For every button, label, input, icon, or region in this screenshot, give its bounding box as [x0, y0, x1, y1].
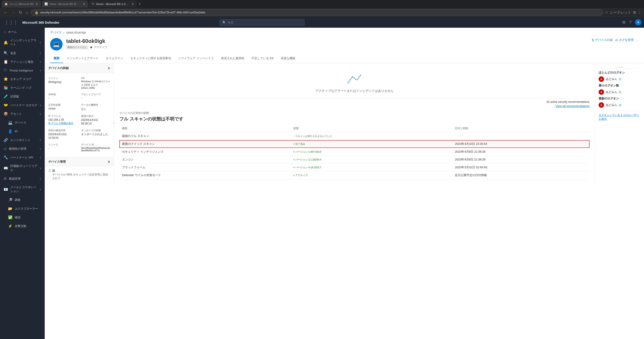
view-logon-users-link[interactable]: ログオンしている 1 人のユーザーを表示: [598, 113, 640, 121]
new-tab-button[interactable]: +: [138, 2, 141, 6]
resource-detail: リソース -: [48, 143, 78, 152]
browser-tab-3[interactable]: 🛡 Device - Microsoft 365 セキュリティ ✕: [89, 0, 137, 8]
min-logons-title: 最小ログオン数: [598, 84, 640, 88]
health-row-datetime: [452, 132, 590, 140]
hamburger-menu[interactable]: ⋮⋮⋮: [3, 19, 20, 26]
sidebar-item-secure-score[interactable]: ⭐ セキュア スコア: [0, 75, 45, 83]
min-logons-copy-icon[interactable]: ⎘: [619, 90, 621, 94]
sidebar-item-investigation[interactable]: 🔎 調査: [0, 196, 45, 204]
health-detail: 正常性状態 Active: [48, 103, 78, 111]
manage-tags-button[interactable]: 🏷 タグを管理: [615, 38, 634, 42]
sidebar-item-assets[interactable]: 📦 アセット ∧: [0, 110, 45, 118]
sidebar-item-eval[interactable]: 📖 評価版/チュートリアル ∨: [0, 162, 45, 174]
search-input[interactable]: [228, 21, 302, 24]
menu-icon[interactable]: ⋮: [638, 10, 641, 15]
content-area: デバイスの詳細 ∧ ドメイン Workgroup OS Windows 11 6…: [45, 63, 644, 183]
browser-tab-1[interactable]: 🏠 ホーム | Microsoft 365 ✕: [2, 0, 41, 8]
view-all-recs-link[interactable]: View all recommendations: [556, 104, 590, 108]
health-table: 種類 状態 日付と時刻 最後のフル スキャンスキャンは実行されませんでした最後の…: [119, 125, 590, 179]
sidebar-item-trial[interactable]: 🧪 試用版: [0, 92, 45, 101]
ip-link[interactable]: IP アドレス情報の表示: [48, 122, 73, 124]
panel-collapse-button[interactable]: ∧: [108, 66, 110, 70]
user-avatar[interactable]: A: [635, 19, 641, 26]
most-logons-title: ほとんどのログオン: [598, 70, 640, 75]
breadcrumb-parent[interactable]: デバイス: [50, 30, 62, 34]
home-button[interactable]: ⌂: [25, 10, 29, 16]
sidebar-item-review[interactable]: ✅ 確認: [0, 213, 45, 222]
back-button[interactable]: ←: [3, 10, 8, 16]
sidebar-item-review-label: 確認: [15, 216, 41, 220]
more-actions-button[interactable]: ...: [636, 38, 639, 42]
sidebar-item-devices-label: デバイス: [15, 121, 41, 125]
device-mgmt-title: デバイス管理: [48, 160, 66, 164]
extension-icon[interactable]: ⊞: [633, 10, 636, 15]
sidebar-item-id[interactable]: 👤 ID: [0, 127, 45, 136]
os-detail: OS Windows 11 64-bit (リリース 22H2 ビルド 2262…: [81, 77, 110, 89]
health-table-row: 最後のフル スキャンスキャンは実行されませんでした: [119, 132, 590, 140]
sidebar-item-home[interactable]: ⌂ ホーム: [0, 28, 45, 36]
browser-nav-icons: ☆ シークレット ⊞ ⋮: [605, 10, 641, 15]
sidebar-item-config[interactable]: ⚙ 構成管理 ∨: [0, 174, 45, 183]
main-panel: アクティブなアラートまたはインシデントはありません 62 active secu…: [114, 63, 595, 183]
sidebar-item-partner[interactable]: 🤝 パートナー カタログ ∨: [0, 101, 45, 110]
tab1-close[interactable]: ✕: [36, 2, 38, 6]
tab2-close[interactable]: ✕: [83, 2, 86, 6]
latest-logon-name: あどみん: [606, 103, 618, 107]
health-row-datetime: 2023年4月8日 21:38:26: [452, 148, 590, 156]
tab-missing-kb[interactable]: 不足している KB: [248, 54, 277, 63]
sidebar-item-endpoint[interactable]: 🔗 エンドポイント ∧: [0, 136, 45, 144]
tab3-close[interactable]: ✕: [132, 2, 134, 6]
eval-chevron-icon: ∨: [40, 167, 41, 170]
panel-collapse-arrow[interactable]: ‹: [111, 120, 117, 126]
sidebar-item-explorer[interactable]: 📂 エクスプローラー: [0, 204, 45, 213]
sidebar-item-attack[interactable]: ⚡ 攻撃活動: [0, 222, 45, 230]
help-icon[interactable]: ?: [629, 20, 632, 25]
sidebar-item-actions[interactable]: 📋 アクションと報告 ∨: [0, 58, 45, 66]
sidebar-item-trial-label: 試用版: [10, 94, 41, 98]
note-label: 注: [52, 169, 55, 172]
search-box[interactable]: 🔍: [220, 19, 304, 26]
sidebar-item-threat-intel[interactable]: 🛡 Threat intelligence ∨: [0, 66, 45, 75]
sidebar-item-incidents[interactable]: 🔔 インシデントとアラート ∨: [0, 36, 45, 49]
most-logons-copy-icon[interactable]: ⎘: [619, 77, 621, 81]
tab-incidents[interactable]: インシデントとアラート: [63, 54, 102, 63]
profile-icon[interactable]: シークレット: [610, 10, 631, 15]
health-row-status: スキャンは実行されませんでした: [290, 132, 452, 140]
sidebar-item-learning[interactable]: 📚 ラーニング ハブ: [0, 83, 45, 92]
endpoint-icon: 🔗: [4, 138, 8, 142]
sidebar-item-partner-api[interactable]: 🔧 パートナーと API ∨: [0, 153, 45, 162]
sidebar-item-devices[interactable]: 💻 デバイス: [0, 118, 45, 127]
health-row-status: アクティブ: [290, 172, 452, 179]
tab-security-recs[interactable]: セキュリティに関する推奨事項: [127, 54, 174, 63]
col-type-header: 種類: [119, 125, 290, 132]
device-mgmt-collapse-button[interactable]: ∧: [108, 160, 110, 164]
address-bar[interactable]: 🔒 security.microsoft.com/machines/v2/66e…: [31, 9, 603, 16]
health-state-value: Active: [48, 107, 78, 110]
tab-software[interactable]: ソフトウェア インベントリ: [174, 54, 218, 63]
latest-logon-copy-icon[interactable]: ⎘: [619, 103, 621, 107]
email-icon: 📧: [4, 187, 8, 192]
refresh-button[interactable]: ↻: [18, 9, 23, 16]
sidebar-item-config-label: 構成管理: [9, 177, 37, 181]
health-table-row: プラットフォームバージョン 4.18.2302.72023年3月31日 02:4…: [119, 164, 590, 172]
sidebar-item-vuln[interactable]: ⚠ 脆弱性の管理 ∨: [0, 144, 45, 153]
assets-icon: 📦: [4, 112, 8, 116]
tab-overview[interactable]: 概要: [50, 54, 63, 63]
search-icon: 🔍: [222, 21, 226, 24]
tab-timeline[interactable]: タイムライン: [102, 54, 127, 63]
health-row-status: バージョン 4.18.2302.7: [290, 164, 452, 172]
resource-label: リソース: [48, 143, 78, 146]
sidebar-item-email[interactable]: 📧 メールとコラボレーション ∧: [0, 183, 45, 196]
sidebar-item-learning-label: ラーニング ハブ: [10, 86, 41, 90]
app-top-bar: ⋮⋮⋮ Microsoft 365 Defender 🔍 ⚙ ? A: [0, 17, 644, 28]
browser-tab-2[interactable]: 📊 Home - Microsoft 365 管理センタ ✕: [42, 0, 88, 8]
bookmark-star-icon[interactable]: ☆: [605, 10, 608, 15]
forward-button[interactable]: →: [10, 10, 16, 16]
tab-advanced[interactable]: 高度な機能: [277, 54, 299, 63]
settings-icon[interactable]: ⚙: [622, 20, 626, 25]
compare-device-button[interactable]: ⇅ デバイスの値: [592, 38, 612, 42]
tab-vulnerabilities[interactable]: 発見された脆弱性: [218, 54, 248, 63]
onboard-detail: オンボードの状態 オンボードされました: [81, 129, 110, 140]
sidebar-item-hunting[interactable]: 🔍 追及 ∨: [0, 49, 45, 58]
min-logons-name: あどみん: [606, 90, 618, 94]
